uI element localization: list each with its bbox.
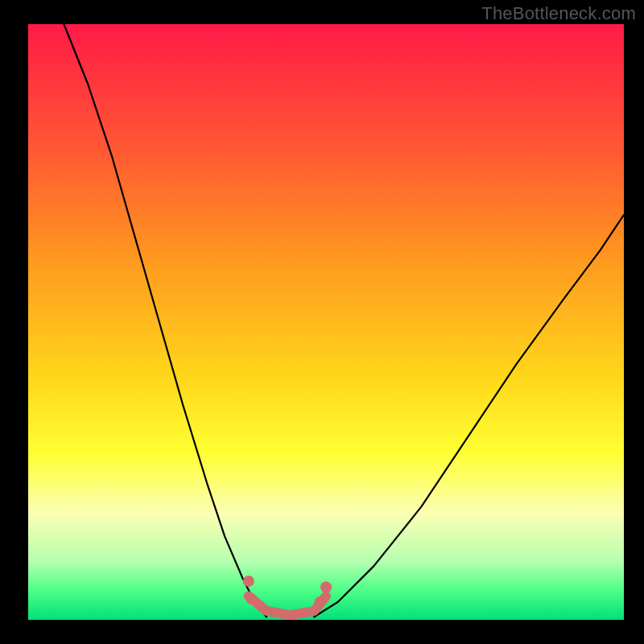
plot-background xyxy=(28,24,624,620)
valley-marker-2 xyxy=(315,597,326,608)
valley-marker-0 xyxy=(243,576,254,587)
valley-marker-1 xyxy=(246,593,258,605)
chart-stage: TheBottleneck.com xyxy=(0,0,644,644)
chart-svg xyxy=(0,0,644,644)
valley-marker-3 xyxy=(320,581,332,592)
watermark-text: TheBottleneck.com xyxy=(481,3,636,24)
